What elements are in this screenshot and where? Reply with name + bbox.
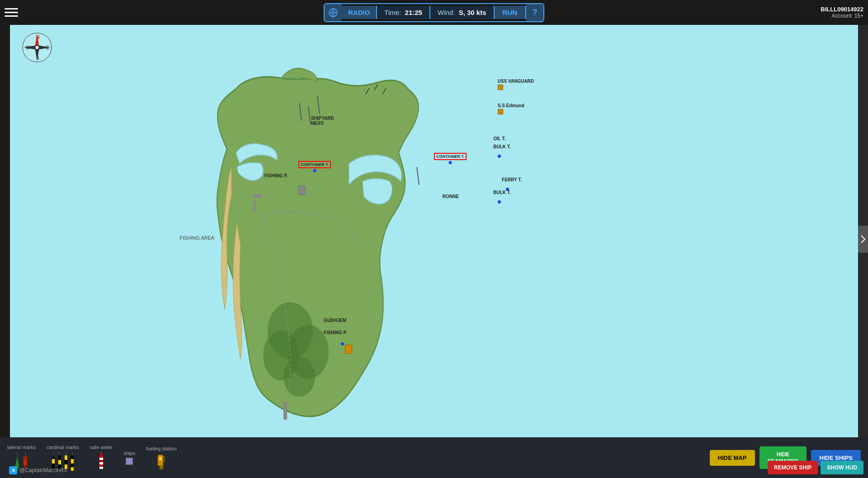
time-section: Time: 21:25 (377, 6, 430, 19)
container-t-right-label: CONTAINER T. (434, 153, 467, 160)
svg-rect-20 (253, 201, 255, 212)
ss-edmund-marker (498, 109, 503, 114)
twitter-text: @CaptainMarcinRX (19, 467, 67, 473)
ships-icons (126, 458, 133, 465)
svg-rect-25 (17, 452, 18, 456)
svg-marker-26 (15, 456, 19, 465)
svg-marker-35 (52, 455, 55, 459)
run-button[interactable]: RUN (495, 6, 527, 19)
legend-ships: ships (123, 450, 135, 465)
ss-edmund-ship[interactable]: S.S Edmund (498, 103, 524, 109)
svg-rect-40 (58, 455, 61, 460)
dot-fishing-p-bottom (341, 342, 344, 345)
legend-section: lateral marks cardinal (7, 445, 710, 471)
twitter-handle: ✕ @CaptainMarcinRX (9, 466, 67, 474)
cardinal-marks-label: cardinal marks (47, 445, 79, 450)
svg-line-24 (417, 167, 419, 185)
radio-label[interactable]: RADIO (342, 6, 377, 19)
svg-rect-51 (71, 459, 74, 464)
dot-bulk-t-bottom (498, 200, 501, 204)
menu-icon[interactable] (5, 6, 18, 19)
svg-rect-63 (159, 457, 162, 460)
time-label: Time: (384, 9, 401, 16)
svg-rect-33 (53, 452, 54, 455)
wind-label: Wind: (438, 9, 455, 16)
fuel-icon (156, 453, 166, 469)
container-t-right[interactable]: CONTAINER T. (434, 153, 467, 164)
topbar: RADIO Time: 21:25 Wind: S, 30 kts RUN ? … (0, 0, 868, 25)
fueling-station-icons (156, 453, 166, 469)
topbar-right: BILLL09014922 Account: 15+ (821, 6, 863, 19)
svg-point-61 (100, 453, 103, 456)
dot-bulk-t-top (498, 155, 501, 158)
lateral-marks-label: lateral marks (7, 445, 36, 450)
map-container[interactable]: N S E W (10, 25, 858, 437)
svg-rect-39 (59, 452, 60, 455)
svg-rect-19 (253, 194, 262, 198)
svg-rect-50 (71, 455, 74, 459)
fuel-station-gudhjem (345, 345, 352, 354)
ship-legend-icon (126, 458, 133, 465)
ships-label: ships (123, 450, 135, 456)
uss-vanguard-ship[interactable]: USS VANGUARD (498, 79, 534, 85)
radio-icon (325, 4, 342, 21)
svg-rect-52 (71, 464, 74, 467)
twitter-icon: ✕ (9, 466, 17, 474)
ss-edmund-label: S.S Edmund (498, 103, 524, 108)
bottombar: lateral marks cardinal (0, 437, 868, 478)
island-map (10, 25, 858, 437)
wind-value: S, 30 kts (459, 9, 486, 16)
legend-fueling-station: fueling station (146, 446, 177, 469)
svg-point-17 (283, 357, 315, 397)
svg-rect-58 (99, 462, 103, 464)
container-t-left-label: CONTAINER T. (298, 161, 331, 168)
svg-rect-60 (99, 467, 103, 469)
safe-water-icon (98, 452, 104, 471)
fueling-station-label: fueling station (146, 446, 177, 451)
account-label: Account: 15+ (821, 13, 863, 19)
svg-rect-57 (99, 460, 103, 462)
uss-vanguard-marker (498, 85, 503, 90)
help-button[interactable]: ? (526, 4, 543, 21)
safe-water-label: safe water (90, 445, 113, 450)
topbar-center: RADIO Time: 21:25 Wind: S, 30 kts RUN ? (324, 3, 544, 22)
show-hud-button[interactable]: SHOW HUD (821, 461, 863, 474)
svg-rect-59 (99, 464, 103, 467)
topbar-left (5, 6, 18, 19)
time-value: 21:25 (405, 9, 422, 16)
svg-rect-18 (283, 402, 287, 419)
svg-rect-44 (66, 452, 66, 455)
hide-map-button[interactable]: HIDE MAP (710, 450, 755, 466)
remove-ship-button[interactable]: REMOVE SHIP (768, 461, 818, 474)
container-t-left[interactable]: CONTAINER T. (298, 161, 331, 172)
svg-rect-41 (58, 460, 61, 464)
uss-vanguard-label: USS VANGUARD (498, 79, 534, 84)
svg-point-32 (24, 457, 27, 459)
svg-rect-29 (25, 452, 26, 456)
svg-rect-64 (160, 466, 163, 469)
svg-rect-45 (65, 455, 67, 460)
svg-rect-49 (72, 452, 73, 455)
fuel-station-left (298, 186, 306, 195)
svg-rect-36 (52, 459, 55, 464)
username-label: BILLL09014922 (821, 6, 863, 13)
action-buttons: REMOVE SHIP SHOW HUD (768, 461, 863, 474)
svg-rect-56 (99, 458, 103, 460)
wind-section: Wind: S, 30 kts (430, 6, 495, 19)
svg-rect-53 (71, 467, 74, 471)
cardinal-w-icon (70, 452, 75, 471)
safe-water-icons (98, 452, 104, 471)
legend-safe-water: safe water (90, 445, 113, 471)
right-handle[interactable] (858, 226, 868, 253)
svg-rect-46 (65, 460, 67, 464)
